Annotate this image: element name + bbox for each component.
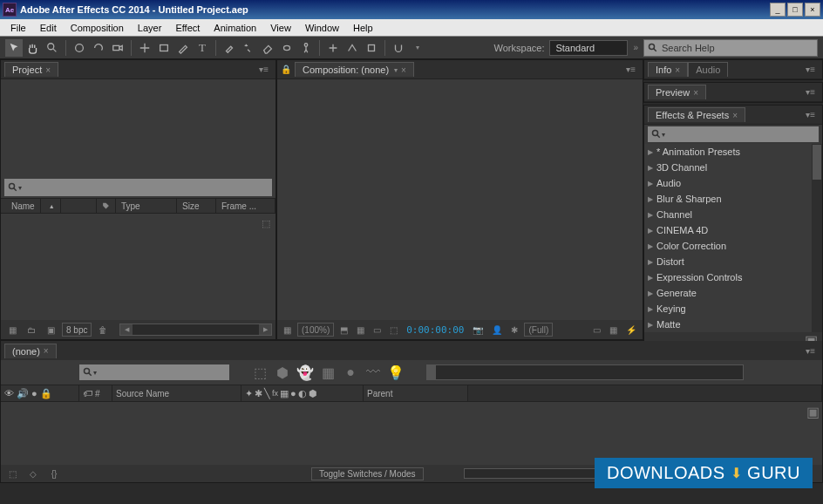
hand-tool-icon[interactable] [24,39,42,57]
delete-icon[interactable]: 🗑 [95,322,111,337]
panel-menu-icon[interactable]: ▾≡ [255,65,272,74]
fast-preview-icon[interactable]: ⚡ [623,323,639,337]
close-icon[interactable]: × [44,346,49,356]
menu-animation[interactable]: Animation [207,21,263,35]
close-icon[interactable]: × [693,88,698,98]
menu-file[interactable]: File [3,21,33,35]
mask-toggle-icon[interactable]: ▭ [371,323,384,337]
toggle-switches-icon[interactable]: ◇ [25,466,41,481]
playhead[interactable] [427,365,436,379]
in-out-icon[interactable]: {} [46,466,62,481]
timeline-tab[interactable]: (none) × [4,344,57,358]
orbit-tool-icon[interactable] [71,39,88,57]
effect-category[interactable]: ▶Generate [644,285,822,301]
chevron-down-icon[interactable]: ▾ [18,184,22,192]
timeline-tracks-area[interactable]: ▣ [1,402,822,465]
chevron-down-icon[interactable]: ▾ [394,66,398,74]
effect-category[interactable]: ▶3D Channel [644,160,822,175]
pan-behind-tool-icon[interactable] [136,39,153,57]
snap-options-icon[interactable]: ▾ [409,39,426,57]
project-scrollbar[interactable]: ◀ ▶ [119,324,272,336]
effect-category[interactable]: ▶Blur & Sharpen [644,191,822,207]
graph-editor-icon[interactable]: 〰 [365,364,381,380]
draft-3d-icon[interactable]: ⬢ [275,364,290,380]
current-time[interactable]: 0:00:00:00 [404,323,466,337]
effect-category[interactable]: ▶Keying [644,301,822,317]
project-tab[interactable]: Project × [4,62,58,77]
parent-column-header[interactable]: Parent [364,385,468,401]
show-channel-icon[interactable]: 👤 [489,323,505,337]
panel-menu-icon[interactable]: ▾≡ [802,65,819,74]
scroll-right-icon[interactable]: ▶ [259,324,271,335]
solo-icon[interactable]: ● [31,388,37,398]
close-icon[interactable]: × [675,65,680,75]
panel-menu-icon[interactable]: ▾≡ [802,346,819,356]
column-type[interactable]: Type [116,199,177,213]
workspace-dropdown[interactable]: Standard [549,40,628,56]
zoom-dropdown[interactable]: (100%) [297,323,334,337]
toggle-switches-modes-button[interactable]: Toggle Switches / Modes [311,467,424,480]
lock-icon[interactable]: 🔒 [281,65,291,74]
color-mgmt-icon[interactable]: ✱ [508,323,520,337]
new-folder-icon[interactable]: 🗀 [24,322,39,337]
info-tab[interactable]: Info× [648,62,688,77]
view-layout-icon[interactable]: ▭ [590,323,603,337]
column-frame[interactable]: Frame ... [216,199,275,213]
comp-marker-icon[interactable]: ▣ [805,404,820,419]
menu-effect[interactable]: Effect [168,21,207,35]
panel-menu-icon[interactable]: ▾≡ [802,110,819,119]
expand-transform-icon[interactable]: ⬚ [4,466,20,481]
effect-category[interactable]: ▶Expression Controls [644,269,822,285]
scrollbar-thumb[interactable] [813,145,821,180]
interpret-footage-icon[interactable]: ▦ [4,322,20,337]
resolution-dropdown[interactable]: (Full) [524,323,553,337]
source-name-header[interactable]: Source Name [112,385,241,401]
transparency-grid-icon[interactable]: ▦ [354,323,367,337]
speaker-icon[interactable]: 🔊 [17,388,29,399]
new-comp-icon[interactable]: ▣ [43,322,58,337]
brush-tool-icon[interactable] [221,39,238,57]
menu-edit[interactable]: Edit [33,21,64,35]
snapping-icon[interactable] [390,39,407,57]
roi-icon[interactable]: ⬚ [387,323,400,337]
close-button[interactable]: × [805,3,820,17]
frame-blend-icon[interactable]: ▦ [320,364,336,380]
menu-window[interactable]: Window [298,21,346,35]
preview-tab[interactable]: Preview× [648,85,706,99]
column-size[interactable]: Size [177,199,216,213]
effect-category[interactable]: ▶CINEMA 4D [644,222,822,238]
effect-category[interactable]: ▶Distort [644,254,822,269]
local-axis-icon[interactable] [324,39,342,57]
time-ruler[interactable] [426,364,744,380]
panel-menu-icon[interactable]: ▾≡ [622,65,639,74]
project-search-input[interactable]: ▾ [4,179,272,196]
text-tool-icon[interactable]: T [194,39,211,57]
effect-category[interactable]: ▶Color Correction [644,238,822,254]
chevron-down-icon[interactable]: ▾ [662,131,665,139]
scroll-left-icon[interactable]: ◀ [120,324,133,335]
column-name[interactable]: Name▲ [1,199,97,213]
always-preview-icon[interactable]: ▦ [281,323,294,337]
effects-presets-tab[interactable]: Effects & Presets× [648,107,745,122]
minimize-button[interactable]: _ [770,3,786,17]
panel-menu-icon[interactable]: ▾≡ [802,87,819,97]
menu-view[interactable]: View [263,21,298,35]
comp-mini-flowchart-icon[interactable]: ⬚ [252,364,268,380]
snapshot-icon[interactable]: 📷 [470,323,486,337]
effect-category[interactable]: ▶Channel [644,207,822,222]
roto-tool-icon[interactable] [278,39,296,57]
effect-category[interactable]: ▶* Animation Presets [644,144,822,160]
search-help-input[interactable]: Search Help [643,39,818,57]
flowchart-icon[interactable]: ⬚ [258,215,274,231]
pixel-aspect-icon[interactable]: ▦ [607,323,620,337]
brainstorm-icon[interactable]: 💡 [388,364,404,380]
color-depth-button[interactable]: 8 bpc [62,323,92,337]
column-label[interactable] [97,199,116,213]
close-icon[interactable]: × [401,65,406,75]
menu-layer[interactable]: Layer [131,21,169,35]
pen-tool-icon[interactable] [174,39,192,57]
eye-icon[interactable]: 👁 [4,388,14,398]
effect-category[interactable]: ▶Audio [644,175,822,191]
motion-blur-icon[interactable]: ● [343,364,358,380]
project-item-list[interactable]: ⬚ [1,214,275,320]
